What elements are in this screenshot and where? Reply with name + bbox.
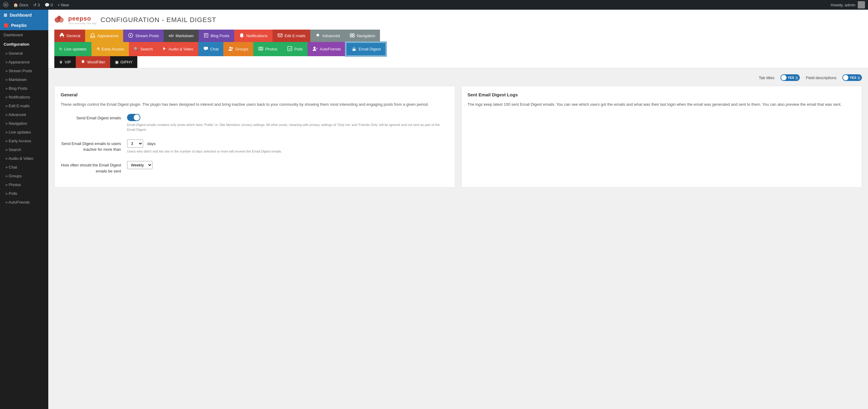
tab-stream-posts[interactable]: Stream Posts (123, 30, 163, 42)
new-link[interactable]: + New (58, 3, 69, 7)
svg-point-4 (63, 35, 64, 36)
logo-peepso-text: peepso (68, 15, 91, 22)
tab-chat[interactable]: Chat (198, 42, 223, 56)
inactive-days-select[interactable]: 1 2 3 4 5 7 10 14 30 (127, 140, 143, 148)
panels-row: General These settings control the Email… (54, 86, 862, 187)
docs-link[interactable]: 🏠 Docs (13, 3, 28, 7)
tab-blog-posts[interactable]: Blog Posts (198, 30, 234, 42)
tab-audio-video[interactable]: Audio & Video (158, 42, 198, 56)
tab-search[interactable]: 🔍 Search (129, 42, 158, 56)
send-email-digest-toggle[interactable] (127, 114, 140, 121)
sidebar-item-appearance[interactable]: » Appearance (0, 58, 48, 66)
sidebar-item-navigation[interactable]: » Navigation (0, 119, 48, 128)
field-send-email-digest: Send Email Digest emails Email Digest em… (61, 114, 449, 132)
sidebar-item-configuration[interactable]: Configuration (0, 39, 48, 49)
sidebar-item-blog-posts[interactable]: » Blog Posts (0, 84, 48, 93)
sidebar-item-photos[interactable]: » Photos (0, 180, 48, 189)
tab-email-digest[interactable]: Email Digest (346, 42, 386, 56)
sidebar-item-search[interactable]: » Search (0, 145, 48, 154)
tab-groups[interactable]: Groups (223, 42, 253, 56)
tab-polls[interactable]: Polls (282, 42, 308, 56)
sidebar-item-markdown[interactable]: » Markdown (0, 75, 48, 84)
general-panel-title: General (61, 92, 449, 97)
sidebar: ⊞ Dashboard 🔴 PeepSo Dashboard Configura… (0, 10, 48, 409)
sidebar-item-autofriends[interactable]: » AutoFriends (0, 198, 48, 207)
tab-search-label: Search (140, 47, 153, 51)
svg-point-5 (60, 35, 61, 36)
sidebar-item-polls[interactable]: » Polls (0, 189, 48, 198)
wordfilter-tab-icon (81, 59, 85, 65)
field-inactive-days: Send Email Digest emails to users inacti… (61, 140, 449, 154)
tab-live-updates[interactable]: ↻ Live updates (54, 42, 91, 56)
nav-tabs-row2: ↻ Live updates ⚗ Early Access 🔍 Search A… (54, 42, 862, 56)
frequency-label: How often should the Email Digest emails… (61, 161, 121, 174)
svg-rect-11 (352, 33, 354, 35)
tab-markdown[interactable]: </> Markdown (163, 30, 198, 42)
sidebar-item-live-updates[interactable]: » Live updates (0, 128, 48, 137)
chat-tab-icon (203, 46, 209, 52)
tab-appearance-label: Appearance (97, 33, 118, 38)
wp-logo-icon[interactable]: ⓦ (3, 1, 8, 8)
tab-titles-toggle[interactable]: YES ||| (780, 74, 800, 81)
tab-autofriends-label: AutoFriends (320, 47, 341, 51)
tab-notifications[interactable]: Notifications (234, 30, 273, 42)
tab-photos[interactable]: Photos (253, 42, 282, 56)
frequency-select[interactable]: Daily Weekly Monthly (127, 161, 152, 169)
tab-blog-posts-label: Blog Posts (211, 33, 229, 38)
autofriends-tab-icon (312, 46, 318, 52)
live-updates-tab-icon: ↻ (59, 47, 62, 51)
svg-point-16 (229, 47, 231, 49)
sidebar-item-early-access[interactable]: » Early Access (0, 137, 48, 145)
photos-tab-icon (258, 46, 264, 52)
comments-link[interactable]: 💬 0 (45, 3, 53, 7)
sidebar-peepso-header[interactable]: 🔴 PeepSo (0, 21, 48, 30)
navigation-tab-icon (349, 33, 355, 39)
field-descriptions-toggle[interactable]: YES ||| (842, 74, 862, 81)
notifications-tab-icon (239, 33, 245, 39)
tab-autofriends[interactable]: AutoFriends (308, 42, 346, 56)
svg-rect-9 (278, 34, 282, 37)
send-email-digest-hint: Email Digest emails contains only posts … (127, 122, 449, 132)
field-descriptions-label: Field descriptions (806, 76, 836, 80)
svg-point-19 (260, 48, 262, 50)
sidebar-item-edit-emails[interactable]: » Edit E-mails (0, 101, 48, 110)
tab-general[interactable]: General (54, 30, 85, 42)
revisions-icon: ↺ (33, 3, 36, 7)
svg-point-8 (241, 37, 242, 38)
sidebar-item-chat[interactable]: » Chat (0, 163, 48, 172)
toggle-lines-icon: ||| (796, 76, 798, 80)
giphy-tab-icon: ▣ (115, 60, 119, 64)
page-title-row: peepso Your community. Your way. CONFIGU… (54, 14, 862, 25)
tab-navigation[interactable]: Navigation (345, 30, 380, 42)
sidebar-item-stream-posts[interactable]: » Stream Posts (0, 66, 48, 75)
tab-giphy[interactable]: ▣ GIPHY (110, 56, 137, 68)
main-content: peepso Your community. Your way. CONFIGU… (48, 10, 868, 409)
sidebar-item-audio-video[interactable]: » Audio & Video (0, 154, 48, 163)
tab-navigation-label: Navigation (357, 33, 375, 38)
sidebar-item-groups[interactable]: » Groups (0, 172, 48, 180)
send-email-digest-label: Send Email Digest emails (61, 114, 121, 121)
tab-vip[interactable]: ♛ VIP (54, 56, 76, 68)
sidebar-item-general[interactable]: » General (0, 49, 48, 58)
tab-advanced[interactable]: Advanced (310, 30, 345, 42)
frequency-control: Daily Weekly Monthly (127, 161, 449, 169)
sidebar-item-advanced[interactable]: » Advanced (0, 110, 48, 119)
sidebar-dashboard-header[interactable]: ⊞ Dashboard (0, 10, 48, 21)
polls-tab-icon (287, 46, 292, 52)
edit-emails-tab-icon (277, 33, 283, 39)
blog-posts-tab-icon (204, 33, 209, 39)
inactive-days-hint: Users who didn't visit the site in the n… (127, 149, 449, 154)
page-header: peepso Your community. Your way. CONFIGU… (48, 10, 868, 68)
general-tab-icon (59, 33, 65, 39)
tab-edit-emails[interactable]: Edit E-mails (273, 30, 310, 42)
sidebar-item-notifications[interactable]: » Notifications (0, 93, 48, 101)
nav-tabs-row1: General Appearance Stream Posts </> (54, 30, 862, 42)
appearance-tab-icon (90, 33, 95, 39)
tab-wordfilter[interactable]: WordFilter (76, 56, 110, 68)
revisions-link[interactable]: ↺ docs 3 (33, 3, 40, 7)
tab-appearance[interactable]: Appearance (85, 30, 123, 42)
sidebar-item-dashboard[interactable]: Dashboard (0, 30, 48, 39)
tab-markdown-label: Markdown (176, 33, 194, 38)
tab-early-access[interactable]: ⚗ Early Access (91, 42, 129, 56)
tab-giphy-label: GIPHY (120, 60, 132, 64)
